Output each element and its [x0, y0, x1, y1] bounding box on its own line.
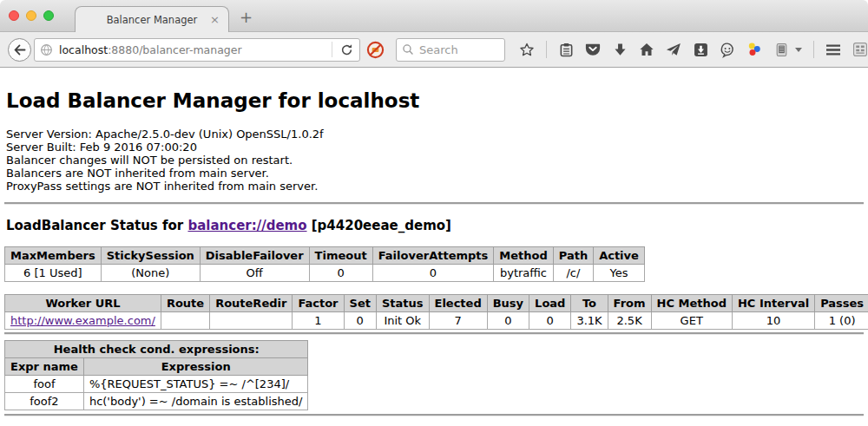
- server-built-line: Server Built: Feb 9 2016 07:00:20: [6, 141, 868, 154]
- col-from: From: [608, 295, 651, 312]
- downloadhelper-button[interactable]: [746, 42, 762, 57]
- col-method: Method: [494, 247, 553, 265]
- cell-to: 3.1K: [571, 312, 608, 330]
- toolbar-divider: [546, 41, 547, 58]
- menu-button[interactable]: [825, 42, 841, 57]
- cell-failoverattempts: 0: [372, 265, 494, 282]
- col-hc-method: HC Method: [651, 295, 732, 312]
- table-header-row: Expr name Expression: [5, 358, 308, 376]
- server-info: Server Version: Apache/2.5.0-dev (Unix) …: [6, 128, 868, 193]
- search-icon: [402, 43, 414, 56]
- cell-maxmembers: 6 [1 Used]: [5, 265, 102, 282]
- downloads-button[interactable]: [612, 42, 628, 57]
- worker-status-table: Worker URL Route RouteRedir Factor Set S…: [4, 294, 868, 330]
- section-divider: [4, 202, 864, 205]
- dropdown-caret-icon[interactable]: [795, 48, 802, 52]
- cell-hc-interval: 10: [732, 312, 814, 330]
- downloadhelper-icon: [746, 42, 762, 57]
- table-header-row: Worker URL Route RouteRedir Factor Set S…: [5, 295, 868, 312]
- worker-url-link[interactable]: http://www.example.com/: [10, 314, 155, 327]
- browser-chrome: Balancer Manager × + localhost:8880/bala…: [0, 0, 868, 68]
- inherit-note-line: Balancers are NOT inherited from main se…: [6, 167, 868, 180]
- send-tab-button[interactable]: [666, 42, 681, 57]
- cell-busy: 0: [487, 312, 529, 330]
- page-bottom-divider: [4, 414, 864, 416]
- balancer-heading-suffix: [p4420eeae_demo]: [307, 218, 451, 233]
- col-routeredir: RouteRedir: [210, 295, 293, 312]
- cell-status: Init Ok: [376, 312, 429, 330]
- tab-groups-button[interactable]: [852, 42, 868, 57]
- plugin-blocked-button[interactable]: [366, 41, 385, 59]
- home-icon: [639, 42, 654, 57]
- col-busy: Busy: [487, 295, 529, 312]
- new-tab-button[interactable]: +: [240, 8, 253, 26]
- cell-load: 0: [529, 312, 571, 330]
- zoom-window-button[interactable]: [43, 10, 54, 21]
- close-window-button[interactable]: [9, 10, 19, 21]
- col-route: Route: [161, 295, 209, 312]
- col-to: To: [571, 295, 608, 312]
- minimize-window-button[interactable]: [26, 10, 36, 21]
- col-failoverattempts: FailoverAttempts: [372, 247, 494, 265]
- hello-button[interactable]: [720, 42, 735, 57]
- bookmark-star-icon: [519, 42, 535, 58]
- addon-download-button[interactable]: [693, 42, 708, 57]
- pocket-button[interactable]: [585, 42, 601, 57]
- back-icon: [13, 43, 26, 56]
- plugin-blocked-icon: [366, 41, 385, 59]
- table-row: foof %{REQUEST_STATUS} =~ /^[234]/: [5, 376, 308, 393]
- url-text: localhost:8880/balancer-manager: [59, 43, 242, 56]
- tab-title: Balancer Manager: [107, 14, 198, 26]
- col-expression: Expression: [83, 358, 308, 376]
- tab-close-icon[interactable]: ×: [210, 13, 220, 26]
- col-factor: Factor: [293, 295, 344, 312]
- persist-note-line: Balancer changes will NOT be persisted o…: [6, 154, 868, 167]
- cell-worker-url: http://www.example.com/: [5, 312, 161, 330]
- health-check-table: Health check cond. expressions: Expr nam…: [4, 340, 308, 410]
- cell-active: Yes: [594, 265, 645, 282]
- search-input[interactable]: [419, 43, 497, 56]
- col-active: Active: [594, 247, 645, 265]
- table-title-row: Health check cond. expressions:: [5, 341, 308, 358]
- col-set: Set: [344, 295, 376, 312]
- cell-route: [161, 312, 209, 330]
- search-bar[interactable]: [396, 38, 505, 62]
- toolbar-icons: [519, 41, 868, 58]
- cell-factor: 1: [293, 312, 344, 330]
- cell-disablefailover: Off: [200, 265, 309, 282]
- col-passes: Passes: [815, 295, 868, 312]
- browser-window: Balancer Manager × + localhost:8880/bala…: [0, 0, 868, 426]
- server-version-line: Server Version: Apache/2.5.0-dev (Unix) …: [6, 128, 868, 141]
- cell-elected: 7: [429, 312, 487, 330]
- cell-method: bytraffic: [494, 265, 553, 282]
- table-header-row: MaxMembers StickySession DisableFailover…: [5, 247, 645, 265]
- bookmarks-menu-button[interactable]: [558, 42, 574, 57]
- bookmark-star-button[interactable]: [519, 42, 535, 57]
- col-disablefailover: DisableFailover: [200, 247, 309, 265]
- balancer-demo-link[interactable]: balancer://demo: [187, 218, 306, 233]
- window-controls: [9, 10, 54, 21]
- cell-stickysession: (None): [101, 265, 200, 282]
- col-stickysession: StickySession: [101, 247, 200, 265]
- back-button[interactable]: [8, 38, 31, 62]
- bookmarks-menu-icon: [559, 43, 574, 57]
- tab-balancer-manager[interactable]: Balancer Manager ×: [75, 6, 229, 32]
- page-content: Load Balancer Manager for localhost Serv…: [0, 68, 868, 426]
- table-row: 6 [1 Used] (None) Off 0 0 bytraffic /c/ …: [5, 265, 645, 282]
- col-path: Path: [553, 247, 593, 265]
- url-path: :8880/balancer-manager: [108, 43, 241, 56]
- cell-passes: 1 (0): [815, 312, 868, 330]
- col-worker-url: Worker URL: [5, 295, 161, 312]
- home-button[interactable]: [639, 42, 654, 57]
- url-bar[interactable]: localhost:8880/balancer-manager: [34, 38, 360, 62]
- table-row: foof2 hc('body') =~ /domain is establish…: [5, 393, 308, 410]
- reload-icon: [340, 43, 353, 56]
- pocket-icon: [585, 42, 601, 57]
- col-timeout: Timeout: [309, 247, 372, 265]
- cell-set: 0: [344, 312, 376, 330]
- addon-download-icon: [694, 43, 708, 57]
- cell-from: 2.5K: [608, 312, 651, 330]
- archive-button[interactable]: [773, 42, 789, 57]
- reload-button[interactable]: [339, 42, 354, 57]
- cell-path: /c/: [553, 265, 593, 282]
